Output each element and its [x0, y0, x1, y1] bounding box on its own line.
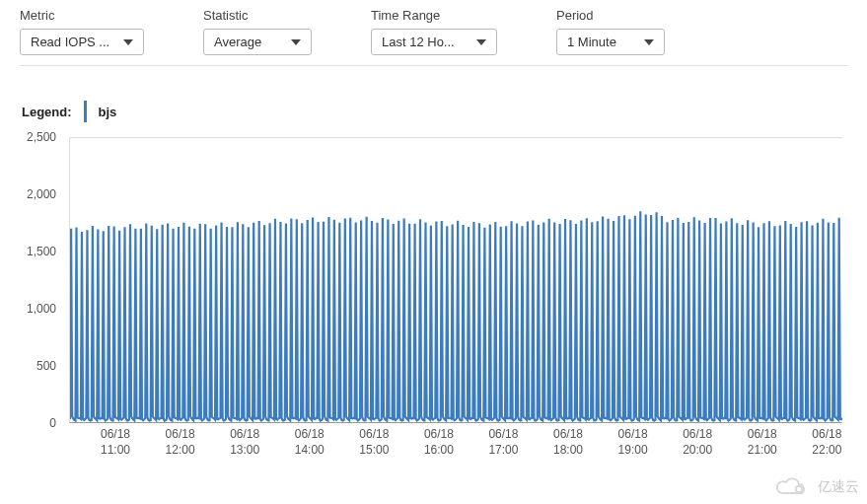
- controls-bar: Metric Read IOPS ... Statistic Average T…: [20, 8, 847, 66]
- x-tick: 06/1816:00: [424, 427, 454, 458]
- metric-label: Metric: [20, 8, 144, 23]
- timerange-group: Time Range Last 12 Ho...: [371, 8, 497, 55]
- x-tick: 06/1814:00: [295, 427, 325, 458]
- statistic-value: Average: [214, 35, 261, 49]
- statistic-group: Statistic Average: [203, 8, 312, 55]
- statistic-label: Statistic: [203, 8, 312, 23]
- caret-down-icon: [476, 39, 486, 45]
- x-tick: 06/1820:00: [683, 427, 712, 458]
- period-label: Period: [556, 8, 665, 23]
- period-value: 1 Minute: [567, 35, 616, 49]
- x-tick: 06/1817:00: [488, 427, 518, 458]
- y-tick: 2,500: [27, 130, 56, 144]
- y-tick: 1,500: [27, 245, 56, 258]
- x-tick: 06/1819:00: [618, 427, 648, 458]
- caret-down-icon: [123, 39, 133, 45]
- x-tick: 06/1815:00: [359, 427, 389, 458]
- chart-svg: [70, 138, 842, 422]
- y-tick: 2,000: [27, 187, 56, 201]
- metric-value: Read IOPS ...: [31, 35, 109, 49]
- plot-area: [69, 137, 842, 423]
- statistic-select[interactable]: Average: [203, 29, 312, 55]
- timerange-label: Time Range: [371, 8, 497, 23]
- x-tick: 06/1822:00: [812, 427, 841, 458]
- caret-down-icon: [291, 39, 301, 45]
- watermark: 亿速云: [774, 476, 859, 498]
- x-tick: 06/1821:00: [748, 427, 777, 458]
- svg-point-0: [796, 486, 802, 492]
- y-tick: 1,000: [27, 302, 56, 316]
- x-tick: 06/1818:00: [553, 427, 583, 458]
- legend-series-name: bjs: [99, 105, 117, 119]
- x-tick: 06/1813:00: [230, 427, 259, 458]
- x-tick: 06/1812:00: [166, 427, 195, 458]
- y-tick: 500: [36, 359, 56, 373]
- series-line: [70, 211, 842, 420]
- legend-title: Legend:: [22, 105, 72, 119]
- x-tick: 06/1811:00: [101, 427, 130, 458]
- metric-select[interactable]: Read IOPS ...: [20, 29, 144, 55]
- legend: Legend: bjs: [20, 101, 847, 122]
- timerange-value: Last 12 Ho...: [382, 35, 455, 49]
- metric-group: Metric Read IOPS ...: [20, 8, 144, 55]
- chart: 05001,0001,5002,0002,500 06/1811:0006/18…: [20, 137, 847, 463]
- legend-color-swatch: [84, 101, 87, 122]
- x-axis: 06/1811:0006/1812:0006/1813:0006/1814:00…: [69, 425, 842, 463]
- timerange-select[interactable]: Last 12 Ho...: [371, 29, 497, 55]
- cloud-icon: [774, 476, 812, 498]
- period-select[interactable]: 1 Minute: [556, 29, 665, 55]
- y-axis: 05001,0001,5002,0002,500: [20, 137, 64, 423]
- watermark-text: 亿速云: [818, 478, 859, 496]
- y-tick: 0: [49, 416, 56, 430]
- caret-down-icon: [644, 39, 654, 45]
- period-group: Period 1 Minute: [556, 8, 665, 55]
